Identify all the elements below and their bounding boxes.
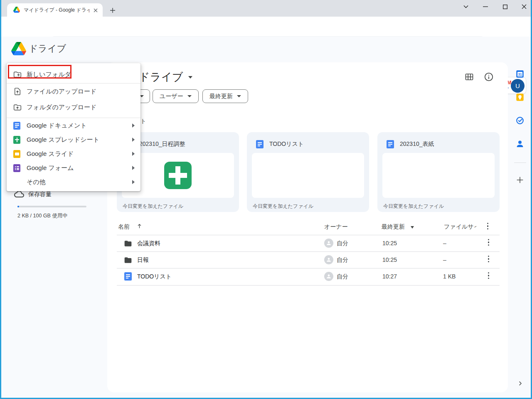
row-options-icon[interactable]: [488, 272, 489, 279]
docs-icon: [124, 272, 132, 281]
row-options-icon[interactable]: [488, 239, 489, 246]
tasks-icon[interactable]: [515, 116, 525, 125]
docs-icon: [256, 140, 264, 148]
tutorial-highlight-box: [8, 65, 71, 79]
divider: [117, 285, 500, 286]
docs-icon: [13, 122, 20, 130]
filter-chip-modified[interactable]: 最終更新: [202, 89, 248, 103]
folder-upload-icon: [13, 103, 22, 111]
column-options-icon[interactable]: [487, 223, 488, 229]
submenu-arrow-icon: [132, 166, 135, 170]
window-maximize-button[interactable]: [499, 1, 511, 12]
owner-avatar: [324, 272, 333, 281]
submenu-arrow-icon: [132, 123, 135, 128]
chevron-down-icon: [237, 95, 241, 97]
add-addon-icon[interactable]: [515, 175, 525, 185]
filter-chip-user[interactable]: ユーザー: [153, 89, 199, 103]
table-row[interactable]: TODOリスト 自分 10:27 1 KB: [117, 268, 500, 285]
folder-icon: [124, 256, 132, 264]
docs-icon: [387, 140, 394, 148]
menu-item-more[interactable]: その他: [7, 175, 140, 189]
menu-item-google-docs[interactable]: Google ドキュメント: [7, 118, 140, 133]
divider: [514, 163, 526, 163]
grid-view-icon[interactable]: [464, 72, 474, 82]
drive-profile-avatar[interactable]: U: [511, 79, 525, 93]
sort-descending-icon[interactable]: [411, 226, 414, 229]
submenu-arrow-icon: [132, 152, 135, 156]
drive-logo[interactable]: [11, 42, 26, 55]
window-border: [0, 0, 1, 399]
sheets-logo: [164, 162, 192, 189]
file-preview: [382, 153, 495, 198]
chevron-down-icon: [188, 76, 192, 79]
title-bar: マイドライブ - Google ドライブ: [1, 0, 531, 17]
file-card[interactable]: TODOリスト 今日変更を加えたファイル: [247, 132, 369, 212]
owner-avatar: [324, 239, 333, 248]
menu-item-google-slides[interactable]: Google スライド: [7, 147, 140, 161]
storage-label[interactable]: 保存容量: [28, 191, 52, 198]
tab-search-icon[interactable]: [460, 1, 472, 12]
storage-progress-bar: [17, 206, 86, 207]
menu-item-file-upload[interactable]: ファイルのアップロード: [7, 84, 140, 99]
submenu-arrow-icon: [132, 180, 135, 184]
divider: [7, 118, 140, 118]
submenu-arrow-icon: [132, 138, 135, 142]
new-menu: 新しいフォルダ ファイルのアップロード フォルダのアップロード Google ド…: [7, 63, 140, 191]
column-header-size[interactable]: ファイルサイズ: [444, 223, 476, 232]
table-row[interactable]: 日報 自分 10:25 –: [117, 252, 500, 268]
folder-icon: [124, 239, 132, 248]
file-card[interactable]: 202310_表紙 今日変更を加えたファイル: [377, 132, 500, 212]
table-row[interactable]: 会議資料 自分 10:25 –: [117, 235, 500, 251]
browser-toolbar: drive.google.com/drive/my-drive U: [1, 17, 531, 37]
menu-item-google-sheets[interactable]: Google スプレッドシート: [7, 133, 140, 147]
keep-icon[interactable]: [515, 93, 525, 102]
slides-icon: [13, 150, 20, 158]
storage-progress-fill: [17, 206, 19, 207]
sort-ascending-icon[interactable]: [136, 223, 143, 229]
forms-icon: [13, 164, 20, 172]
browser-window: マイドライブ - Google ドライブ: [0, 0, 532, 399]
calendar-icon[interactable]: 31: [515, 69, 525, 79]
file-preview: [252, 153, 364, 198]
row-options-icon[interactable]: [488, 256, 489, 262]
contacts-icon[interactable]: [515, 139, 525, 148]
file-upload-icon: [13, 87, 22, 96]
menu-item-folder-upload[interactable]: フォルダのアップロード: [7, 99, 140, 115]
tab-title: マイドライブ - Google ドライブ: [24, 3, 89, 17]
menu-item-google-forms[interactable]: Google フォーム: [7, 161, 140, 175]
storage-usage-text: 2 KB / 100 GB 使用中: [17, 212, 68, 219]
drive-favicon: [13, 7, 20, 13]
column-header-name[interactable]: 名前: [118, 223, 130, 231]
sheets-icon: [13, 136, 20, 144]
tab-close-icon[interactable]: [92, 7, 99, 14]
collapse-panel-chevron-icon[interactable]: [517, 380, 523, 387]
owner-avatar: [324, 255, 333, 264]
browser-tab[interactable]: マイドライブ - Google ドライブ: [7, 3, 103, 17]
product-name: ドライブ: [29, 37, 66, 61]
window-close-button[interactable]: [518, 1, 530, 12]
new-tab-button[interactable]: [108, 5, 118, 15]
column-header-modified[interactable]: 最終更新: [382, 223, 405, 231]
window-minimize-button[interactable]: [479, 1, 492, 12]
svg-text:31: 31: [518, 73, 522, 76]
chevron-down-icon: [187, 95, 192, 97]
drive-header: ドライブ ドライブで検索 ? ECCS Cloud Mail U: [1, 37, 531, 61]
column-header-owner[interactable]: オーナー: [324, 223, 348, 231]
info-icon[interactable]: [484, 72, 494, 82]
